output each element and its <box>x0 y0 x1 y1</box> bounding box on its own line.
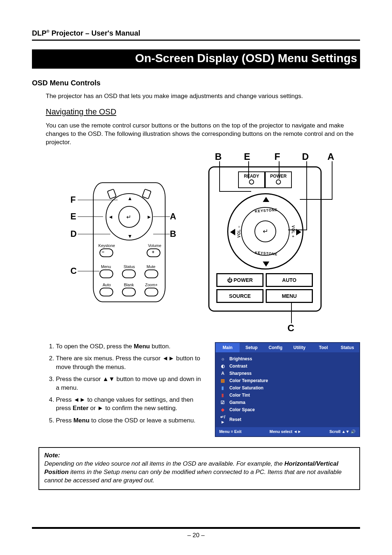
leader-f <box>78 200 118 200</box>
remote-diagram: ▲ ▼ ◄ ► ↵ Keystone − Volume + Menu Statu… <box>46 182 180 313</box>
color-temp-icon: ▤ <box>220 378 226 383</box>
minus-icon: − <box>102 249 105 255</box>
remote-status-btn <box>122 270 136 278</box>
plus-icon: + <box>152 249 155 255</box>
remote-letter-c: C <box>70 266 77 276</box>
panel-vol-minus-label: VOL – <box>237 225 241 238</box>
remote-blank-label: Blank <box>121 283 137 287</box>
remote-status-label: Status <box>121 264 138 269</box>
osd-item: ▮Color Saturation <box>219 384 356 392</box>
power-led-label: POWER <box>266 172 291 179</box>
panel-letter-f: F <box>274 151 280 162</box>
osd-item: ◐Contrast <box>219 362 356 370</box>
pline <box>279 161 279 179</box>
osd-tab-status: Status <box>335 343 359 352</box>
remote-menu-btn <box>99 270 113 278</box>
osd-item: ◆Color Space <box>219 406 356 413</box>
osd-tab-config: Config <box>264 343 287 352</box>
leader-d <box>78 234 110 234</box>
remote-auto-label: Auto <box>99 283 114 287</box>
power-led: POWER <box>265 171 292 188</box>
manual-page: DLP® Projector – User's Manual On-Screen… <box>0 0 392 555</box>
sharpness-icon: A <box>220 371 226 376</box>
reset-icon: ↵/► <box>220 414 226 425</box>
chapter-title: On-Screen Display (OSD) Menu Settings <box>32 49 360 69</box>
leader-a <box>153 216 170 217</box>
pline <box>288 230 306 230</box>
osd-tab-tool: Tool <box>311 343 335 352</box>
subsection-heading: Navigating the OSD <box>46 107 360 117</box>
remote-mute-btn <box>144 270 158 278</box>
panel-letter-a: A <box>327 151 334 162</box>
osd-tabs: Main Setup Config Utility Tool Status <box>216 343 359 352</box>
ready-led-label: READY <box>239 172 264 179</box>
list-item: Press Menu to close the OSD or leave a s… <box>56 416 205 425</box>
osd-item: ☼Brightness <box>219 355 356 362</box>
osd-footer: Menu = Exit Menu select ◄► Scroll ▲▼ 🔊 <box>216 427 359 436</box>
color-tint-icon: ▮ <box>220 393 226 398</box>
remote-letter-b: B <box>170 229 176 239</box>
osd-item: ↵/►Reset <box>219 413 356 426</box>
panel-menu-btn: MENU <box>266 289 313 303</box>
remote-volume-label: Volume <box>144 243 165 248</box>
page-header: DLP® Projector – User's Manual <box>32 29 360 41</box>
panel-vol-plus-label: VOL + <box>291 225 295 238</box>
remote-zoom-label: Zoom+ <box>142 283 160 287</box>
remote-letter-a: A <box>170 211 176 222</box>
arrow-right-icon: ► <box>147 214 152 220</box>
color-sat-icon: ▮ <box>220 385 226 390</box>
panel-arrow-up-icon <box>263 197 269 202</box>
remote-keystone-label: Keystone <box>97 243 117 248</box>
panel-source-btn: SOURCE <box>216 289 264 303</box>
note-box: Note: Depending on the video source not … <box>38 447 360 490</box>
instruction-list: To open the OSD, press the Menu button. … <box>46 342 205 431</box>
pline <box>219 191 251 192</box>
leader-c <box>78 271 99 271</box>
pline <box>300 199 332 200</box>
enter-icon: ↵ <box>126 214 131 220</box>
brand-prefix: DLP <box>32 29 46 37</box>
diagram-row: ▲ ▼ ◄ ► ↵ Keystone − Volume + Menu Statu… <box>46 153 360 331</box>
osd-item: ▮Color Tint <box>219 392 356 399</box>
osd-item: ASharpness <box>219 370 356 377</box>
arrow-left-icon: ◄ <box>108 214 113 220</box>
osd-tab-utility: Utility <box>287 343 311 352</box>
osd-item: ☑Gamma <box>219 399 356 406</box>
remote-letter-e: E <box>70 211 76 222</box>
remote-auto-btn <box>99 288 113 296</box>
osd-tab-setup: Setup <box>240 343 264 352</box>
list-item: Press ◄► to change values for settings, … <box>56 396 205 413</box>
remote-blank-btn <box>122 288 136 296</box>
panel-letter-c: C <box>287 323 294 334</box>
panel-auto-btn: AUTO <box>266 273 313 287</box>
color-space-icon: ◆ <box>220 407 226 412</box>
remote-mute-label: Mute <box>144 264 158 269</box>
list-item: There are six menus. Press the cursor ◄►… <box>56 354 205 371</box>
osd-screenshot: Main Setup Config Utility Tool Status ☼B… <box>215 342 360 437</box>
pline <box>291 303 292 323</box>
pline <box>332 161 332 200</box>
panel-arrow-left-icon <box>230 229 235 235</box>
osd-menu-list: ☼Brightness ◐Contrast ASharpness ▤Color … <box>216 352 359 427</box>
arrow-up-icon: ▲ <box>127 195 132 201</box>
remote-letter-f: F <box>70 195 76 205</box>
led-dot-icon <box>249 179 254 185</box>
header-rest: Projector – User's Manual <box>49 29 140 37</box>
pline <box>306 161 307 230</box>
list-item: Press the cursor ▲▼ button to move up an… <box>56 375 205 392</box>
remote-menu-label: Menu <box>99 264 113 269</box>
note-heading: Note: <box>44 451 354 460</box>
brightness-icon: ☼ <box>220 356 226 361</box>
instructions-row: To open the OSD, press the Menu button. … <box>46 342 360 437</box>
list-item: To open the OSD, press the Menu button. <box>56 342 205 351</box>
leader-e <box>78 216 103 217</box>
page-number: – 20 – <box>187 532 204 539</box>
note-body: Depending on the video source not all it… <box>44 460 354 485</box>
osd-footer-mid: Menu select ◄► <box>270 429 302 434</box>
panel-letter-d: D <box>302 151 309 162</box>
gamma-icon: ☑ <box>220 400 226 405</box>
leader-b <box>153 234 170 234</box>
intro-paragraph: The projector has an OSD that lets you m… <box>46 92 360 101</box>
panel-enter-btn: ↵ <box>254 220 276 242</box>
pline <box>219 161 220 191</box>
